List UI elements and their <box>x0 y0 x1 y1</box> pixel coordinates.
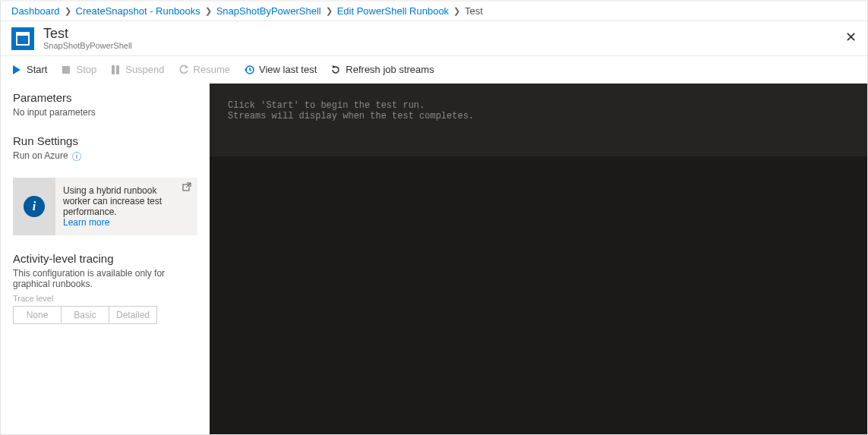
console-panel: Click 'Start' to begin the test run. Str… <box>210 84 867 434</box>
start-label: Start <box>27 64 47 75</box>
breadcrumb-link-createsnapshot[interactable]: CreateSnapshot - Runbooks <box>76 5 200 17</box>
history-icon <box>244 65 254 75</box>
toolbar: Start Stop Suspend Resume View last test… <box>1 56 867 84</box>
learn-more-link[interactable]: Learn more <box>63 217 109 228</box>
trace-option-none: None <box>13 306 62 324</box>
parameters-section: Parameters No input parameters <box>13 91 197 118</box>
breadcrumb-current: Test <box>465 5 483 17</box>
view-last-label: View last test <box>259 64 317 75</box>
parameters-heading: Parameters <box>13 91 197 104</box>
svg-rect-4 <box>112 65 115 74</box>
console-line-1: Click 'Start' to begin the test run. <box>228 100 425 111</box>
chevron-right-icon: ❯ <box>453 6 460 16</box>
suspend-label: Suspend <box>125 64 164 75</box>
hybrid-worker-info-card: i Using a hybrid runbook worker can incr… <box>13 178 197 235</box>
resume-label: Resume <box>194 64 230 75</box>
tracing-heading: Activity-level tracing <box>13 252 197 265</box>
console-line-2: Streams will display when the test compl… <box>228 111 474 121</box>
breadcrumb-link-snapshotbypowershell[interactable]: SnapShotByPowerShell <box>216 5 321 17</box>
sidebar: Parameters No input parameters Run Setti… <box>1 84 210 434</box>
stop-icon <box>61 65 71 75</box>
pause-icon <box>110 65 121 75</box>
run-on-row: Run on Azure i <box>13 150 197 161</box>
view-last-test-button[interactable]: View last test <box>244 64 317 75</box>
svg-marker-8 <box>245 68 247 72</box>
breadcrumb: Dashboard ❯ CreateSnapshot - Runbooks ❯ … <box>1 2 867 21</box>
svg-marker-9 <box>333 65 336 68</box>
svg-rect-5 <box>116 65 119 74</box>
info-card-text: Using a hybrid runbook worker can increa… <box>63 185 162 217</box>
trace-level-segmented: None Basic Detailed <box>13 306 197 324</box>
run-on-label: Run on Azure <box>13 150 68 161</box>
svg-rect-3 <box>62 66 70 74</box>
trace-option-detailed: Detailed <box>109 306 157 324</box>
resume-icon <box>178 65 189 75</box>
refresh-label: Refresh job streams <box>346 64 434 75</box>
blade-header: Test SnapShotByPowerShell ✕ <box>1 21 867 56</box>
breadcrumb-link-edit-runbook[interactable]: Edit PowerShell Runbook <box>337 5 449 17</box>
info-icon[interactable]: i <box>72 152 81 161</box>
svg-rect-1 <box>17 33 29 36</box>
refresh-icon <box>330 65 341 75</box>
chevron-right-icon: ❯ <box>65 6 71 16</box>
info-icon-column: i <box>13 178 55 235</box>
run-settings-heading: Run Settings <box>13 134 197 147</box>
info-circle-icon: i <box>24 196 45 217</box>
tracing-section: Activity-level tracing This configuratio… <box>13 252 197 324</box>
trace-option-basic: Basic <box>61 306 109 324</box>
page-subtitle: SnapShotByPowerShell <box>43 41 132 50</box>
parameters-text: No input parameters <box>13 107 197 118</box>
main-area: Parameters No input parameters Run Setti… <box>1 84 867 434</box>
play-icon <box>11 65 22 75</box>
popout-icon[interactable] <box>182 182 191 194</box>
suspend-button: Suspend <box>110 64 164 75</box>
refresh-button[interactable]: Refresh job streams <box>330 64 434 75</box>
runbook-icon <box>11 27 34 50</box>
trace-level-label: Trace level <box>13 294 197 303</box>
tracing-desc: This configuration is available only for… <box>13 268 197 289</box>
breadcrumb-link-dashboard[interactable]: Dashboard <box>11 5 60 17</box>
stop-label: Stop <box>76 64 96 75</box>
chevron-right-icon: ❯ <box>326 6 333 16</box>
run-settings-section: Run Settings Run on Azure i <box>13 134 197 161</box>
svg-marker-2 <box>13 65 21 74</box>
console-output: Click 'Start' to begin the test run. Str… <box>210 84 867 156</box>
close-icon[interactable]: ✕ <box>845 29 857 46</box>
resume-button: Resume <box>178 64 230 75</box>
start-button[interactable]: Start <box>11 64 47 75</box>
svg-marker-6 <box>185 65 188 68</box>
stop-button: Stop <box>61 64 96 75</box>
chevron-right-icon: ❯ <box>205 6 212 16</box>
page-title: Test <box>43 27 132 42</box>
